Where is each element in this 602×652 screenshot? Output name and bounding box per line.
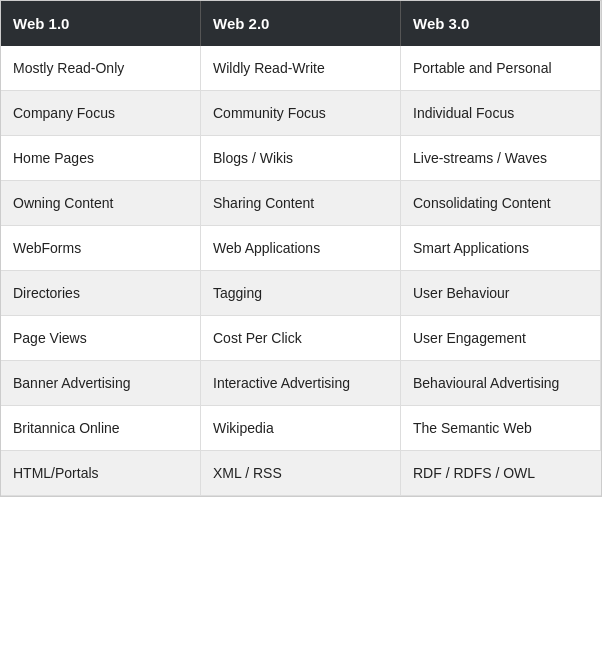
- row-5-col-2: User Behaviour: [401, 271, 601, 316]
- row-7-col-1: Interactive Advertising: [201, 361, 401, 406]
- row-8-col-0: Britannica Online: [1, 406, 201, 451]
- row-1-col-1: Community Focus: [201, 91, 401, 136]
- header-cell-2: Web 3.0: [401, 1, 601, 46]
- row-6-col-1: Cost Per Click: [201, 316, 401, 361]
- header-cell-1: Web 2.0: [201, 1, 401, 46]
- comparison-table: Web 1.0Web 2.0Web 3.0Mostly Read-OnlyWil…: [0, 0, 602, 497]
- row-7-col-2: Behavioural Advertising: [401, 361, 601, 406]
- row-8-col-2: The Semantic Web: [401, 406, 601, 451]
- row-3-col-1: Sharing Content: [201, 181, 401, 226]
- row-8-col-1: Wikipedia: [201, 406, 401, 451]
- header-cell-0: Web 1.0: [1, 1, 201, 46]
- row-9-col-1: XML / RSS: [201, 451, 401, 496]
- row-2-col-0: Home Pages: [1, 136, 201, 181]
- row-1-col-0: Company Focus: [1, 91, 201, 136]
- row-0-col-1: Wildly Read-Write: [201, 46, 401, 91]
- row-3-col-0: Owning Content: [1, 181, 201, 226]
- row-9-col-0: HTML/Portals: [1, 451, 201, 496]
- row-9-col-2: RDF / RDFS / OWL: [401, 451, 601, 496]
- row-3-col-2: Consolidating Content: [401, 181, 601, 226]
- row-6-col-0: Page Views: [1, 316, 201, 361]
- row-1-col-2: Individual Focus: [401, 91, 601, 136]
- row-7-col-0: Banner Advertising: [1, 361, 201, 406]
- table-grid: Web 1.0Web 2.0Web 3.0Mostly Read-OnlyWil…: [1, 1, 601, 496]
- row-0-col-0: Mostly Read-Only: [1, 46, 201, 91]
- row-5-col-0: Directories: [1, 271, 201, 316]
- row-4-col-2: Smart Applications: [401, 226, 601, 271]
- row-5-col-1: Tagging: [201, 271, 401, 316]
- row-4-col-1: Web Applications: [201, 226, 401, 271]
- row-2-col-2: Live-streams / Waves: [401, 136, 601, 181]
- row-2-col-1: Blogs / Wikis: [201, 136, 401, 181]
- row-6-col-2: User Engagement: [401, 316, 601, 361]
- row-0-col-2: Portable and Personal: [401, 46, 601, 91]
- row-4-col-0: WebForms: [1, 226, 201, 271]
